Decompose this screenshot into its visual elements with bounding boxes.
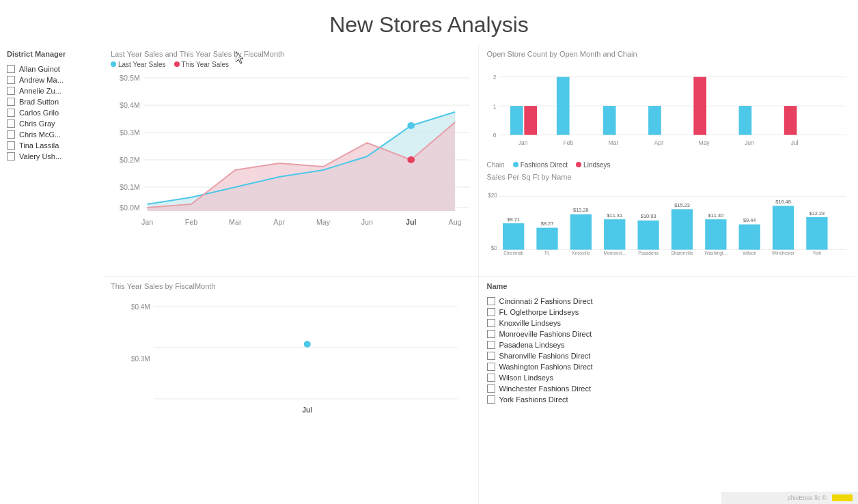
svg-text:Aug: Aug — [449, 219, 462, 226]
svg-text:$16.48: $16.48 — [775, 199, 791, 205]
svg-text:Pasadena: Pasadena — [638, 251, 659, 255]
svg-text:$0: $0 — [490, 245, 497, 251]
svg-text:$12.23: $12.23 — [809, 210, 825, 216]
sidebar-item-annelie[interactable]: Annelie Zu... — [7, 85, 92, 96]
svg-text:Jun: Jun — [361, 219, 374, 226]
sidebar-item-chris-gray[interactable]: Chris Gray — [7, 118, 92, 129]
sales-sqft-svg: $20 $0 $9.71 $8.27 $13 — [487, 184, 847, 262]
name-checkbox-0[interactable] — [487, 297, 495, 305]
name-label-5: Sharonville Fashions Direct — [499, 352, 591, 360]
name-label-9: York Fashions Direct — [499, 395, 568, 404]
checkbox-chris-gray[interactable] — [7, 120, 15, 128]
name-label-2: Knoxville Lindseys — [499, 319, 562, 327]
svg-text:Jan: Jan — [518, 139, 527, 146]
sidebar-label-chris-gray: Chris Gray — [19, 120, 55, 128]
svg-rect-32 — [648, 106, 661, 135]
this-year-jul-dot — [304, 341, 311, 348]
sidebar-item-chris-mcg[interactable]: Chris McG... — [7, 129, 92, 140]
svg-text:$20: $20 — [488, 193, 497, 199]
sidebar-label-andrew: Andrew Ma... — [19, 76, 64, 84]
sidebar-label-annelie: Annelie Zu... — [19, 87, 61, 95]
svg-text:0: 0 — [493, 132, 496, 139]
name-checkbox-8[interactable] — [487, 384, 495, 393]
svg-rect-28 — [510, 106, 523, 135]
name-checkbox-7[interactable] — [487, 374, 495, 382]
sidebar-label-chris-mcg: Chris McG... — [19, 130, 61, 139]
checkbox-tina[interactable] — [7, 141, 15, 150]
name-item-4[interactable]: Pasadena Lindseys — [487, 339, 847, 350]
svg-rect-57 — [671, 209, 692, 249]
checkbox-valery[interactable] — [7, 152, 15, 160]
svg-text:2: 2 — [493, 74, 496, 81]
this-year-title: This Year Sales by FiscalMonth — [111, 282, 470, 290]
sidebar-item-tina[interactable]: Tina Lassila — [7, 140, 92, 151]
name-checkbox-5[interactable] — [487, 352, 495, 360]
page-title: New Stores Analysis — [0, 0, 858, 44]
svg-text:Feb: Feb — [185, 219, 198, 226]
svg-text:$8.27: $8.27 — [540, 221, 553, 227]
checkbox-brad[interactable] — [7, 98, 15, 106]
svg-text:Wilson: Wilson — [743, 251, 756, 255]
name-label-7: Wilson Lindseys — [499, 374, 553, 382]
name-item-5[interactable]: Sharonville Fashions Direct — [487, 350, 847, 361]
district-manager-filter: District Manager Allan Guinot Andrew Ma.… — [0, 44, 99, 504]
svg-text:Ft.: Ft. — [544, 251, 550, 255]
sidebar-item-carlos[interactable]: Carlos Grilo — [7, 107, 92, 118]
svg-text:$9.71: $9.71 — [507, 216, 520, 223]
svg-text:Jul: Jul — [790, 139, 798, 146]
sidebar-item-valery[interactable]: Valery Ush... — [7, 151, 92, 162]
svg-text:Jul: Jul — [303, 406, 313, 414]
svg-rect-61 — [738, 225, 760, 250]
name-item-6[interactable]: Washington Fashions Direct — [487, 361, 847, 372]
name-item-0[interactable]: Cincinnati 2 Fashions Direct — [487, 296, 847, 307]
name-item-1[interactable]: Ft. Oglethorpe Lindseys — [487, 307, 847, 318]
name-item-9[interactable]: York Fashions Direct — [487, 394, 847, 405]
name-checkbox-2[interactable] — [487, 319, 495, 327]
sidebar-item-brad[interactable]: Brad Sutton — [7, 96, 92, 107]
name-checkbox-3[interactable] — [487, 330, 495, 338]
sidebar-label-allan: Allan Guinot — [19, 65, 60, 73]
footer-accent — [832, 494, 853, 501]
svg-text:$11.31: $11.31 — [607, 212, 622, 219]
svg-text:$0.2M: $0.2M — [120, 156, 140, 164]
svg-text:$0.0M: $0.0M — [120, 204, 140, 212]
name-item-7[interactable]: Wilson Lindseys — [487, 372, 847, 383]
sidebar-title: District Manager — [7, 50, 92, 58]
svg-text:$10.93: $10.93 — [640, 214, 656, 220]
name-checkbox-1[interactable] — [487, 308, 495, 316]
right-top-panel: Open Store Count by Open Month and Chain… — [479, 44, 855, 277]
this-year-label: This Year Sales — [182, 61, 230, 68]
jul-highlight-dot — [407, 122, 415, 129]
svg-text:$13.28: $13.28 — [573, 207, 589, 213]
name-item-8[interactable]: Winchester Fashions Direct — [487, 383, 847, 394]
name-list: Cincinnati 2 Fashions Direct Ft. Ogletho… — [487, 296, 847, 405]
svg-text:Mar: Mar — [229, 219, 242, 226]
checkbox-chris-mcg[interactable] — [7, 130, 15, 139]
svg-rect-34 — [738, 106, 751, 135]
sidebar-item-allan[interactable]: Allan Guinot — [7, 64, 92, 74]
name-checkbox-9[interactable] — [487, 395, 495, 404]
name-checkbox-6[interactable] — [487, 363, 495, 371]
name-label-8: Winchester Fashions Direct — [499, 384, 592, 393]
name-item-2[interactable]: Knoxville Lindseys — [487, 318, 847, 328]
name-label-3: Monroeville Fashions Direct — [499, 330, 592, 338]
name-checkbox-4[interactable] — [487, 341, 495, 349]
checkbox-allan[interactable] — [7, 65, 15, 73]
svg-rect-65 — [806, 217, 827, 250]
this-year-svg: $0.4M $0.3M Jul — [111, 293, 470, 423]
footer-bar: phivEnce llc © — [721, 492, 858, 504]
sidebar-label-carlos: Carlos Grilo — [19, 109, 59, 117]
svg-rect-33 — [693, 77, 706, 135]
svg-rect-49 — [536, 227, 557, 249]
svg-text:Knoxville: Knoxville — [572, 251, 590, 255]
sidebar-item-andrew[interactable]: Andrew Ma... — [7, 74, 92, 85]
fashions-direct-dot — [513, 162, 518, 167]
checkbox-annelie[interactable] — [7, 87, 15, 95]
line-chart-svg: $0.5M $0.4M $0.3M $0.2M $0.1M $0.0M — [111, 71, 470, 235]
name-item-3[interactable]: Monroeville Fashions Direct — [487, 328, 847, 339]
svg-text:Jan: Jan — [141, 219, 154, 226]
checkbox-carlos[interactable] — [7, 109, 15, 117]
checkbox-andrew[interactable] — [7, 76, 15, 84]
svg-text:Mar: Mar — [608, 139, 618, 146]
svg-text:$11.40: $11.40 — [708, 212, 723, 219]
